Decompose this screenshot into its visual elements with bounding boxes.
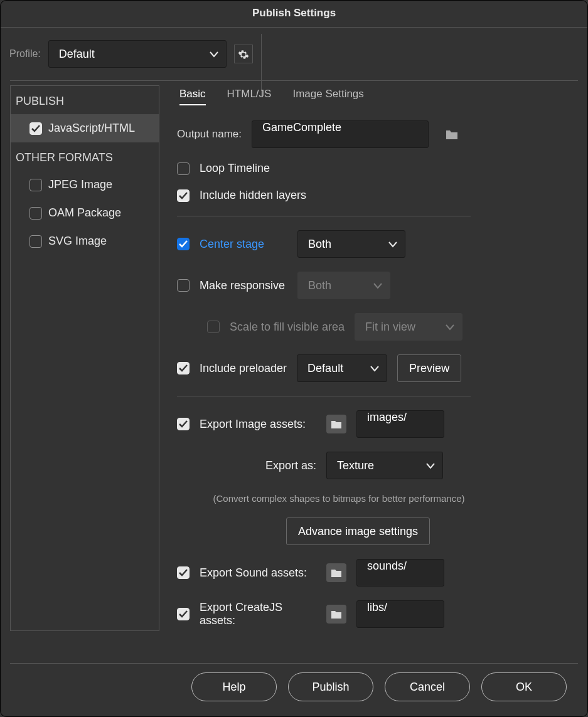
center-stage-label: Center stage [200, 238, 287, 251]
export-sound-path-input[interactable]: sounds/ [356, 559, 444, 587]
sidebar-item-label: JPEG Image [48, 178, 112, 191]
checkbox-jpeg[interactable] [29, 179, 42, 191]
scale-fill-row: Scale to fill visible area Fit in view [177, 313, 573, 341]
export-image-folder-button[interactable] [326, 415, 346, 433]
output-name-input[interactable]: GameComplete [252, 120, 429, 148]
sidebar-heading-other: OTHER FORMATS [11, 142, 159, 171]
ok-button[interactable]: OK [481, 672, 567, 701]
divider [177, 396, 471, 396]
export-sound-folder-button[interactable] [326, 563, 346, 582]
gear-icon [238, 48, 249, 60]
help-button[interactable]: Help [191, 672, 277, 701]
sidebar-heading-publish: PUBLISH [11, 86, 159, 114]
center-stage-select[interactable]: Both [297, 230, 405, 258]
publish-settings-dialog: Publish Settings Profile: Default PUBLIS… [0, 0, 588, 717]
sidebar-item-jpeg[interactable]: JPEG Image [11, 171, 159, 199]
loop-timeline-checkbox[interactable] [177, 162, 190, 175]
chevron-down-icon [210, 48, 218, 61]
make-responsive-checkbox[interactable] [177, 279, 190, 292]
chevron-down-icon [446, 321, 454, 334]
include-preloader-row: Include preloader Default Preview [177, 354, 573, 382]
checkbox-js-html[interactable] [29, 122, 42, 135]
include-preloader-label: Include preloader [200, 362, 287, 375]
sidebar-item-svg[interactable]: SVG Image [11, 227, 159, 255]
output-name-label: Output name: [177, 128, 242, 141]
sidebar-item-oam[interactable]: OAM Package [11, 199, 159, 227]
folder-icon[interactable] [445, 128, 459, 141]
loop-timeline-row: Loop Timeline [177, 162, 573, 175]
sidebar-item-label: OAM Package [48, 206, 121, 220]
tab-htmljs[interactable]: HTML/JS [227, 88, 272, 105]
advance-image-row: Advance image settings [177, 518, 573, 545]
export-image-row: Export Image assets: images/ [177, 410, 573, 438]
folder-icon [331, 566, 342, 579]
export-createjs-folder-button[interactable] [326, 605, 346, 624]
make-responsive-label: Make responsive [200, 279, 287, 292]
export-image-checkbox[interactable] [177, 418, 190, 430]
checkbox-svg[interactable] [29, 235, 42, 248]
export-createjs-checkbox[interactable] [177, 608, 190, 620]
profile-settings-button[interactable] [234, 45, 253, 63]
export-sound-checkbox[interactable] [177, 566, 190, 579]
make-responsive-row: Make responsive Both [177, 272, 573, 299]
export-as-label: Export as: [257, 459, 316, 472]
sidebar: PUBLISH JavaScript/HTML OTHER FORMATS JP… [10, 85, 159, 631]
checkbox-oam[interactable] [29, 207, 42, 220]
scale-fill-checkbox [207, 321, 220, 333]
make-responsive-select: Both [297, 272, 390, 299]
scale-fill-select: Fit in view [355, 313, 462, 341]
sidebar-item-js-html[interactable]: JavaScript/HTML [11, 114, 159, 142]
export-createjs-path-input[interactable]: libs/ [356, 600, 444, 628]
publish-button[interactable]: Publish [288, 672, 373, 701]
preloader-select[interactable]: Default [297, 354, 387, 382]
tab-basic[interactable]: Basic [179, 88, 206, 105]
scale-fill-label: Scale to fill visible area [230, 321, 345, 334]
cancel-button[interactable]: Cancel [385, 672, 470, 701]
export-as-row: Export as: Texture [177, 452, 573, 479]
tabs: Basic HTML/JS Image Settings [177, 88, 573, 105]
profile-select[interactable]: Default [48, 40, 227, 68]
sidebar-item-label: SVG Image [48, 235, 107, 248]
include-hidden-row: Include hidden layers [177, 189, 573, 202]
include-hidden-checkbox[interactable] [177, 189, 190, 202]
sidebar-item-label: JavaScript/HTML [48, 122, 135, 135]
tab-image-settings[interactable]: Image Settings [292, 88, 363, 105]
export-createjs-row: Export CreateJS assets: libs/ [177, 600, 573, 628]
dialog-title: Publish Settings [1, 1, 587, 28]
profile-row: Profile: Default [1, 28, 587, 80]
folder-icon [331, 608, 342, 620]
center-stage-row: Center stage Both [177, 230, 573, 258]
include-preloader-checkbox[interactable] [177, 362, 190, 374]
chevron-down-icon [373, 279, 382, 292]
divider [10, 80, 578, 81]
export-sound-label: Export Sound assets: [200, 566, 316, 580]
chevron-down-icon [370, 362, 379, 375]
main-panel: Basic HTML/JS Image Settings Output name… [168, 80, 578, 654]
preview-button[interactable]: Preview [397, 354, 461, 382]
chevron-down-icon [426, 459, 435, 472]
export-sound-row: Export Sound assets: sounds/ [177, 559, 573, 587]
export-image-path-input[interactable]: images/ [356, 410, 444, 438]
divider [177, 216, 471, 216]
export-as-select[interactable]: Texture [326, 452, 443, 479]
dialog-footer: Help Publish Cancel OK [10, 663, 578, 716]
chevron-down-icon [388, 238, 397, 251]
profile-label: Profile: [9, 48, 41, 60]
export-image-label: Export Image assets: [200, 418, 316, 431]
loop-timeline-label: Loop Timeline [200, 162, 270, 175]
include-hidden-label: Include hidden layers [200, 189, 306, 202]
export-createjs-label: Export CreateJS assets: [200, 601, 316, 627]
center-stage-checkbox[interactable] [177, 238, 190, 250]
folder-icon [331, 418, 342, 430]
export-hint: (Convert complex shapes to bitmaps for b… [177, 493, 471, 504]
advance-image-settings-button[interactable]: Advance image settings [286, 518, 430, 545]
output-name-row: Output name: GameComplete [177, 120, 573, 148]
profile-value: Default [59, 48, 95, 61]
